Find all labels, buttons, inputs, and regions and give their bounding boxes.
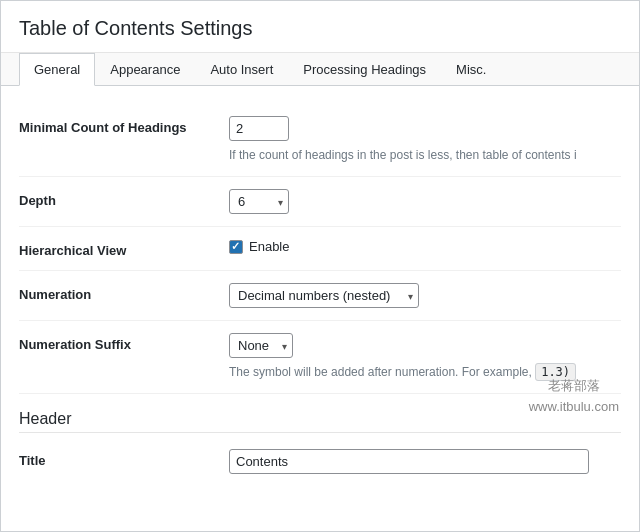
tabs-bar: General Appearance Auto Insert Processin… (1, 53, 639, 86)
title-label: Title (19, 449, 229, 468)
numeration-suffix-example: 1.3) (535, 363, 576, 381)
header-section-title: Header (19, 394, 621, 433)
numeration-suffix-label: Numeration Suffix (19, 333, 229, 352)
numeration-label: Numeration (19, 283, 229, 302)
tab-misc[interactable]: Misc. (441, 53, 501, 86)
depth-label: Depth (19, 189, 229, 208)
numeration-control: Decimal numbers (nested) None Decimal nu… (229, 283, 621, 308)
depth-control: 6 1 2 3 4 5 ▾ (229, 189, 621, 214)
hierarchical-checkbox-label: Enable (249, 239, 289, 254)
title-row: Title (19, 437, 621, 486)
hierarchical-checkbox[interactable] (229, 240, 243, 254)
numeration-suffix-control: None . ) ▾ The symbol will be added afte… (229, 333, 621, 381)
hierarchical-checkbox-row: Enable (229, 239, 621, 254)
minimal-count-input[interactable] (229, 116, 289, 141)
page-title: Table of Contents Settings (1, 1, 639, 53)
depth-select-wrapper: 6 1 2 3 4 5 ▾ (229, 189, 289, 214)
title-control (229, 449, 621, 474)
minimal-count-label: Minimal Count of Headings (19, 116, 229, 135)
hierarchical-label: Hierarchical View (19, 239, 229, 258)
general-tab-content: Minimal Count of Headings If the count o… (1, 86, 639, 504)
tab-general[interactable]: General (19, 53, 95, 86)
numeration-suffix-select[interactable]: None . ) (229, 333, 293, 358)
minimal-count-row: Minimal Count of Headings If the count o… (19, 104, 621, 177)
tab-appearance[interactable]: Appearance (95, 53, 195, 86)
numeration-suffix-row: Numeration Suffix None . ) ▾ The symbol … (19, 321, 621, 394)
depth-select[interactable]: 6 1 2 3 4 5 (229, 189, 289, 214)
hierarchical-row: Hierarchical View Enable (19, 227, 621, 271)
numeration-suffix-select-wrapper: None . ) ▾ (229, 333, 293, 358)
numeration-row: Numeration Decimal numbers (nested) None… (19, 271, 621, 321)
hierarchical-control: Enable (229, 239, 621, 254)
numeration-select[interactable]: Decimal numbers (nested) None Decimal nu… (229, 283, 419, 308)
numeration-suffix-helper: The symbol will be added after numeratio… (229, 363, 621, 381)
tab-processing-headings[interactable]: Processing Headings (288, 53, 441, 86)
minimal-count-helper: If the count of headings in the post is … (229, 146, 621, 164)
numeration-select-wrapper: Decimal numbers (nested) None Decimal nu… (229, 283, 419, 308)
depth-row: Depth 6 1 2 3 4 5 ▾ (19, 177, 621, 227)
title-input[interactable] (229, 449, 589, 474)
tab-auto-insert[interactable]: Auto Insert (195, 53, 288, 86)
minimal-count-control: If the count of headings in the post is … (229, 116, 621, 164)
